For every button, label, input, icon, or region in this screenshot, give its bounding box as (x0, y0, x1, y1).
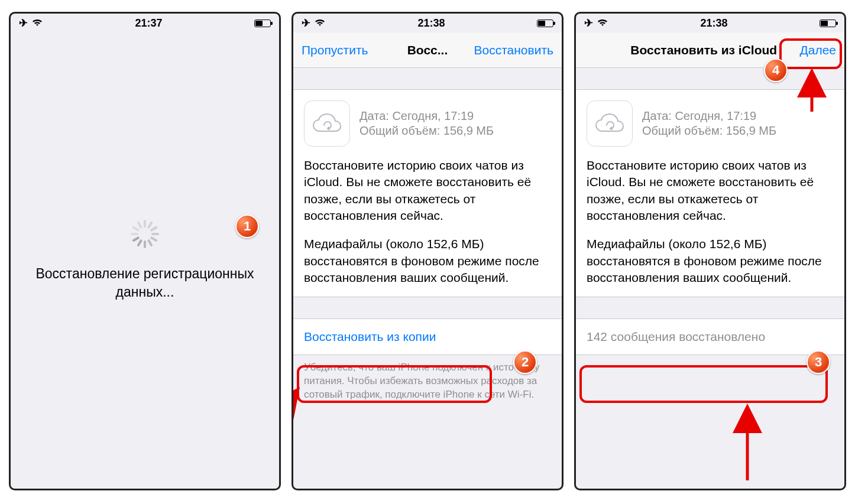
status-bar: ✈ 21:38 (293, 14, 562, 32)
screen-1-restoring: ✈ 21:37 Вос (9, 12, 281, 490)
backup-date: Дата: Сегодня, 17:19 (642, 109, 776, 123)
callout-4: 4 (764, 58, 788, 82)
battery-icon (820, 19, 836, 27)
wifi-icon (597, 17, 608, 30)
restore-description-2: Медиафайлы (около 152,6 МБ) восстановятс… (304, 236, 551, 286)
battery-icon (537, 19, 553, 27)
next-button[interactable]: Далее (799, 43, 836, 57)
restore-description-1: Восстановите историю своих чатов из iClo… (587, 157, 834, 224)
skip-button[interactable]: Пропустить (302, 43, 368, 57)
nav-title: Восстановить из iCloud (584, 43, 799, 57)
status-bar: ✈ 21:38 (576, 14, 844, 32)
screen-3-restore-complete: ✈ 21:38 Восстановить из iCloud Далее (574, 12, 846, 490)
airplane-icon: ✈ (584, 17, 593, 30)
status-time: 21:38 (700, 17, 727, 30)
status-time: 21:37 (135, 17, 162, 30)
messages-restored-status: 142 сообщения восстановлено (576, 318, 844, 355)
airplane-icon: ✈ (302, 17, 310, 30)
wifi-icon (31, 17, 43, 30)
backup-info-block: Дата: Сегодня, 17:19 Общий объём: 156,9 … (576, 89, 844, 297)
backup-date: Дата: Сегодня, 17:19 (360, 109, 494, 123)
airplane-icon: ✈ (19, 17, 28, 30)
loading-spinner-icon (131, 220, 159, 248)
restore-description-2: Медиафайлы (около 152,6 МБ) восстановятс… (587, 236, 834, 286)
backup-size: Общий объём: 156,9 МБ (642, 124, 776, 138)
screen-2-restore-from-copy: ✈ 21:38 Пропустить Восс... Восстановить (292, 12, 563, 490)
callout-3: 3 (807, 350, 830, 374)
nav-bar: Восстановить из iCloud Далее (576, 32, 844, 68)
callout-2: 2 (513, 350, 537, 374)
loading-text: Восстановление регистрационных данных... (11, 265, 279, 301)
restore-button[interactable]: Восстановить (474, 43, 553, 57)
wifi-icon (314, 17, 326, 30)
backup-info-block: Дата: Сегодня, 17:19 Общий объём: 156,9 … (293, 89, 562, 297)
cloud-restore-icon (304, 100, 350, 147)
callout-1: 1 (235, 214, 259, 238)
cloud-restore-icon (587, 100, 633, 147)
backup-size: Общий объём: 156,9 МБ (360, 124, 494, 138)
nav-bar: Пропустить Восс... Восстановить (293, 32, 562, 68)
battery-icon (254, 19, 271, 27)
restore-from-copy-button[interactable]: Восстановить из копии (293, 318, 562, 355)
restore-description-1: Восстановите историю своих чатов из iClo… (304, 157, 551, 224)
status-time: 21:38 (417, 17, 445, 30)
status-bar: ✈ 21:37 (11, 14, 279, 32)
